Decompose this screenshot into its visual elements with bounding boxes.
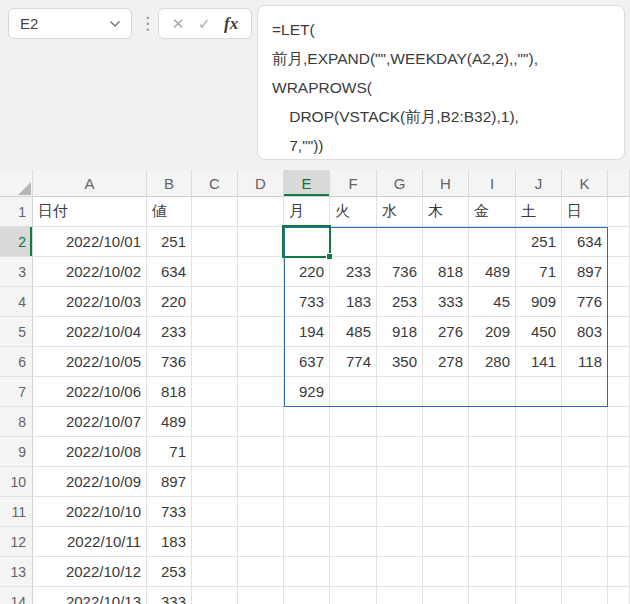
cell-C1[interactable] <box>192 197 238 227</box>
cell-A1[interactable]: 日付 <box>33 197 147 227</box>
cell-D6[interactable] <box>238 347 284 377</box>
cell-H14[interactable] <box>423 587 469 604</box>
cell-G10[interactable] <box>377 467 423 497</box>
cell-C7[interactable] <box>192 377 238 407</box>
cell-F13[interactable] <box>330 557 377 587</box>
cell-G5[interactable]: 918 <box>377 317 423 347</box>
cell-I14[interactable] <box>469 587 516 604</box>
cell-G11[interactable] <box>377 497 423 527</box>
cell-E7[interactable]: 929 <box>284 377 330 407</box>
cell-G14[interactable] <box>377 587 423 604</box>
row-header-4[interactable]: 4 <box>0 287 33 317</box>
cell-I1[interactable]: 金 <box>469 197 516 227</box>
cell-C12[interactable] <box>192 527 238 557</box>
cell-B13[interactable]: 253 <box>147 557 192 587</box>
cell-E3[interactable]: 220 <box>284 257 330 287</box>
cell-G9[interactable] <box>377 437 423 467</box>
cell-F10[interactable] <box>330 467 377 497</box>
cell-F8[interactable] <box>330 407 377 437</box>
row-header-6[interactable]: 6 <box>0 347 33 377</box>
cell-partial-1[interactable] <box>608 197 630 227</box>
cell-A14[interactable]: 2022/10/13 <box>33 587 147 604</box>
cell-I11[interactable] <box>469 497 516 527</box>
cell-I7[interactable] <box>469 377 516 407</box>
cell-B9[interactable]: 71 <box>147 437 192 467</box>
cell-B1[interactable]: 値 <box>147 197 192 227</box>
cell-E6[interactable]: 637 <box>284 347 330 377</box>
cell-D1[interactable] <box>238 197 284 227</box>
cell-C10[interactable] <box>192 467 238 497</box>
select-all-button[interactable] <box>0 170 33 197</box>
name-box[interactable]: E2 <box>8 8 132 39</box>
cell-A5[interactable]: 2022/10/04 <box>33 317 147 347</box>
cell-H6[interactable]: 278 <box>423 347 469 377</box>
cell-partial-14[interactable] <box>608 587 630 604</box>
cell-G3[interactable]: 736 <box>377 257 423 287</box>
formula-bar[interactable]: =LET( 前月,EXPAND("",WEEKDAY(A2,2),,""), W… <box>257 5 625 160</box>
cell-J14[interactable] <box>516 587 562 604</box>
row-header-5[interactable]: 5 <box>0 317 33 347</box>
cell-E1[interactable]: 月 <box>284 197 330 227</box>
cell-partial-10[interactable] <box>608 467 630 497</box>
cell-K14[interactable] <box>562 587 608 604</box>
cell-G8[interactable] <box>377 407 423 437</box>
cell-E11[interactable] <box>284 497 330 527</box>
row-header-12[interactable]: 12 <box>0 527 33 557</box>
cell-G1[interactable]: 水 <box>377 197 423 227</box>
cell-A3[interactable]: 2022/10/02 <box>33 257 147 287</box>
cell-K9[interactable] <box>562 437 608 467</box>
cell-K5[interactable]: 803 <box>562 317 608 347</box>
cell-E10[interactable] <box>284 467 330 497</box>
cell-D8[interactable] <box>238 407 284 437</box>
cell-J2[interactable]: 251 <box>516 227 562 257</box>
cell-B8[interactable]: 489 <box>147 407 192 437</box>
cell-C5[interactable] <box>192 317 238 347</box>
cell-C14[interactable] <box>192 587 238 604</box>
cell-E13[interactable] <box>284 557 330 587</box>
cell-F14[interactable] <box>330 587 377 604</box>
cell-D4[interactable] <box>238 287 284 317</box>
cell-G6[interactable]: 350 <box>377 347 423 377</box>
cell-partial-6[interactable] <box>608 347 630 377</box>
cell-F4[interactable]: 183 <box>330 287 377 317</box>
cell-F11[interactable] <box>330 497 377 527</box>
cell-partial-3[interactable] <box>608 257 630 287</box>
more-options-icon[interactable]: ⋮ <box>139 12 149 36</box>
cell-A7[interactable]: 2022/10/06 <box>33 377 147 407</box>
cell-B2[interactable]: 251 <box>147 227 192 257</box>
cell-J8[interactable] <box>516 407 562 437</box>
cell-partial-11[interactable] <box>608 497 630 527</box>
cell-I9[interactable] <box>469 437 516 467</box>
cell-K8[interactable] <box>562 407 608 437</box>
cell-H12[interactable] <box>423 527 469 557</box>
cell-I13[interactable] <box>469 557 516 587</box>
row-header-7[interactable]: 7 <box>0 377 33 407</box>
cell-partial-4[interactable] <box>608 287 630 317</box>
cell-H10[interactable] <box>423 467 469 497</box>
column-header-E[interactable]: E <box>284 170 330 197</box>
cell-H8[interactable] <box>423 407 469 437</box>
cell-H1[interactable]: 木 <box>423 197 469 227</box>
cell-J3[interactable]: 71 <box>516 257 562 287</box>
cell-K6[interactable]: 118 <box>562 347 608 377</box>
cell-D5[interactable] <box>238 317 284 347</box>
cell-C4[interactable] <box>192 287 238 317</box>
column-header-K[interactable]: K <box>562 170 608 197</box>
cell-F7[interactable] <box>330 377 377 407</box>
cell-K2[interactable]: 634 <box>562 227 608 257</box>
cell-partial-5[interactable] <box>608 317 630 347</box>
cell-C2[interactable] <box>192 227 238 257</box>
insert-function-icon[interactable]: fx <box>224 14 238 34</box>
cell-B5[interactable]: 233 <box>147 317 192 347</box>
cell-A9[interactable]: 2022/10/08 <box>33 437 147 467</box>
cell-B6[interactable]: 736 <box>147 347 192 377</box>
cancel-icon[interactable]: ✕ <box>172 15 185 33</box>
cell-K11[interactable] <box>562 497 608 527</box>
cell-A4[interactable]: 2022/10/03 <box>33 287 147 317</box>
cell-D9[interactable] <box>238 437 284 467</box>
cell-K1[interactable]: 日 <box>562 197 608 227</box>
cell-A2[interactable]: 2022/10/01 <box>33 227 147 257</box>
cell-D2[interactable] <box>238 227 284 257</box>
cell-H3[interactable]: 818 <box>423 257 469 287</box>
cell-I6[interactable]: 280 <box>469 347 516 377</box>
